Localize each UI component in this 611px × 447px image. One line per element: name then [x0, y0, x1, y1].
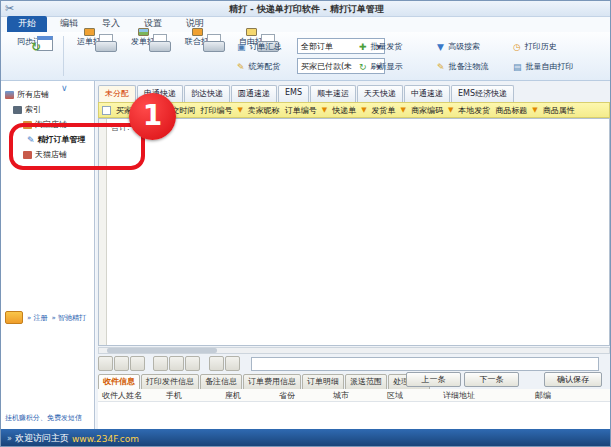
tool-button[interactable] — [225, 356, 240, 371]
col-receiver-name: 收件人姓名 — [102, 390, 142, 401]
brand-link[interactable]: » 智驰精打 — [52, 313, 87, 323]
batch-ship-button[interactable]: ✚ 批量发货 — [359, 38, 403, 55]
courier-tab-ems[interactable]: EMS — [278, 85, 309, 102]
allocate-goods-button[interactable]: ✎ 统筹配货 — [237, 58, 281, 75]
plus-icon: ✚ — [359, 42, 367, 52]
quick-input[interactable] — [251, 357, 599, 371]
tool-button[interactable] — [130, 356, 145, 371]
tab-edit[interactable]: 编辑 — [49, 16, 89, 32]
confirm-save-button[interactable]: 确认保存 — [544, 372, 602, 387]
note-pen-icon: ✎ — [437, 62, 445, 72]
col-province: 省份 — [279, 390, 295, 401]
app-window: ✂ 精打 - 快递单打印软件 - 精打订单管理 — ❐ ✕ 开始 编辑 导入 设… — [0, 0, 611, 447]
batch-free-print-button[interactable]: ▤ 批量自由打印 — [513, 58, 574, 75]
register-link[interactable]: » 注册 — [27, 313, 48, 323]
detail-tab-bar: 收件信息 打印发件信息 备注信息 订单费用信息 订单明细 派送范围 处理信息 — [98, 374, 430, 390]
arrow-icon: » — [7, 434, 12, 443]
col-seller[interactable]: 卖家昵称 — [248, 105, 280, 116]
tab-remark-info[interactable]: 备注信息 — [200, 374, 242, 390]
refresh-icon: ↻ — [359, 62, 367, 72]
receiver-table-header: 收件人姓名 手机 座机 省份 城市 区域 详细地址 邮编 — [98, 389, 610, 402]
funnel-icon[interactable]: ▼ — [448, 106, 453, 114]
tab-delivery-range[interactable]: 派送范围 — [345, 374, 387, 390]
funnel-icon[interactable]: ▼ — [532, 106, 537, 114]
sync-orders-button[interactable]: ↻ 同步订单 — [7, 34, 59, 78]
tool-button[interactable] — [98, 356, 113, 371]
tab-import[interactable]: 导入 — [91, 16, 131, 32]
col-local-ship[interactable]: 本地发货 — [458, 105, 490, 116]
window-title: 精打 - 快递单打印软件 - 精打订单管理 — [1, 1, 611, 17]
tab-receiver-info[interactable]: 收件信息 — [98, 374, 140, 390]
tool-button[interactable] — [209, 356, 224, 371]
col-mobile: 手机 — [166, 390, 182, 401]
next-record-button[interactable]: 下一条 — [464, 372, 519, 387]
print-history-button[interactable]: ◷ 打印历史 — [513, 38, 557, 55]
funnel-icon[interactable]: ▼ — [322, 106, 327, 114]
col-zip: 邮编 — [535, 390, 551, 401]
clock-icon: ◷ — [513, 42, 521, 52]
select-all-checkbox[interactable] — [102, 106, 111, 115]
tree-item-index[interactable]: 索引 — [1, 102, 94, 117]
courier-tab-unassigned[interactable]: 未分配 — [98, 85, 136, 102]
order-summary-button[interactable]: ▣ 订单汇总 — [237, 38, 282, 55]
annotation-step-badge: 1 — [129, 93, 176, 140]
tool-button[interactable] — [185, 356, 200, 371]
homepage-link[interactable]: www.234F.com — [72, 434, 139, 444]
tool-button[interactable] — [169, 356, 184, 371]
courier-tab-yunda[interactable]: 韵达快递 — [184, 85, 230, 102]
courier-tab-zto[interactable]: 中通速递 — [404, 85, 450, 102]
waybill-print-button[interactable]: 运单打印 — [67, 34, 119, 78]
index-icon — [13, 106, 22, 114]
advanced-search-button[interactable]: ▼ 高级搜索 — [437, 38, 480, 55]
tab-order-detail[interactable]: 订单明细 — [302, 374, 344, 390]
col-print-no[interactable]: 打印编号 — [200, 105, 232, 116]
clipboard-icon: ▣ — [237, 42, 246, 52]
courier-tab-sf[interactable]: 顺丰速运 — [310, 85, 356, 102]
order-list-area[interactable]: 合计: — [98, 118, 610, 346]
courier-tab-ems-economy[interactable]: EMS经济快递 — [451, 85, 514, 102]
batch-note-logistics-button[interactable]: ✎ 批备注物流 — [437, 58, 489, 75]
refresh-display-button[interactable]: ↻ 刷新显示 — [359, 58, 403, 75]
col-item-attr[interactable]: 商品属性 — [543, 105, 575, 116]
register-row: » 注册 » 智驰精打 — [5, 311, 86, 324]
shop-icon — [5, 91, 14, 99]
collapse-chevron-icon[interactable]: ∨ — [61, 83, 68, 93]
col-order-no[interactable]: 订单编号 — [285, 105, 317, 116]
col-phone: 座机 — [225, 390, 241, 401]
title-bar: ✂ 精打 - 快递单打印软件 - 精打订单管理 — ❐ ✕ — [1, 1, 611, 17]
col-address: 详细地址 — [443, 390, 475, 401]
funnel-icon[interactable]: ▼ — [237, 106, 242, 114]
tab-start[interactable]: 开始 — [7, 16, 47, 32]
annotation-highlight-box — [9, 123, 145, 170]
printer-icon: ▤ — [513, 62, 522, 72]
courier-tab-tiantian[interactable]: 天天快递 — [357, 85, 403, 102]
combined-print-button[interactable]: 联合打印 — [175, 34, 227, 78]
funnel-icon[interactable]: ▼ — [361, 106, 366, 114]
status-text: 欢迎访问主页 — [15, 432, 69, 445]
funnel-icon[interactable]: ▼ — [401, 106, 406, 114]
funnel-icon: ▼ — [437, 42, 444, 52]
app-icon: ✂ — [5, 2, 14, 15]
col-express[interactable]: 快递单 — [332, 105, 356, 116]
tree-item-all-shops[interactable]: 所有店铺 — [1, 87, 94, 102]
invoice-print-button[interactable]: 发单打印 — [121, 34, 173, 78]
main-content: 未分配 申通快递 韵达快递 圆通速递 EMS 顺丰速运 天天快递 中通速递 EM… — [96, 81, 611, 429]
status-bar: » 欢迎访问主页 www.234F.com — [1, 429, 611, 447]
courier-tab-yto[interactable]: 圆通速递 — [231, 85, 277, 102]
promo-link[interactable]: 挂机赚积分、免费发短信 — [5, 413, 82, 423]
scrollbar-thumb[interactable] — [107, 348, 217, 353]
prev-record-button[interactable]: 上一条 — [406, 372, 461, 387]
divider — [63, 36, 64, 76]
membership-card-icon — [5, 311, 23, 324]
tab-order-fee-info[interactable]: 订单费用信息 — [243, 374, 301, 390]
pen-icon: ✎ — [237, 62, 245, 72]
horizontal-scrollbar[interactable] — [98, 347, 610, 354]
col-shipnote[interactable]: 发货单 — [372, 105, 396, 116]
col-city: 城市 — [333, 390, 349, 401]
tool-button[interactable] — [114, 356, 129, 371]
tab-sender-print-info[interactable]: 打印发件信息 — [141, 374, 199, 390]
col-item-title[interactable]: 商品标题 — [495, 105, 527, 116]
col-merchant-code[interactable]: 商家编码 — [411, 105, 443, 116]
tool-button[interactable] — [153, 356, 168, 371]
ribbon-toolbar: ↻ 同步订单 运单打印 发单打印 联合打印 自由打印 ▣ 订单汇总 ✎ 统筹配货 — [1, 32, 611, 81]
